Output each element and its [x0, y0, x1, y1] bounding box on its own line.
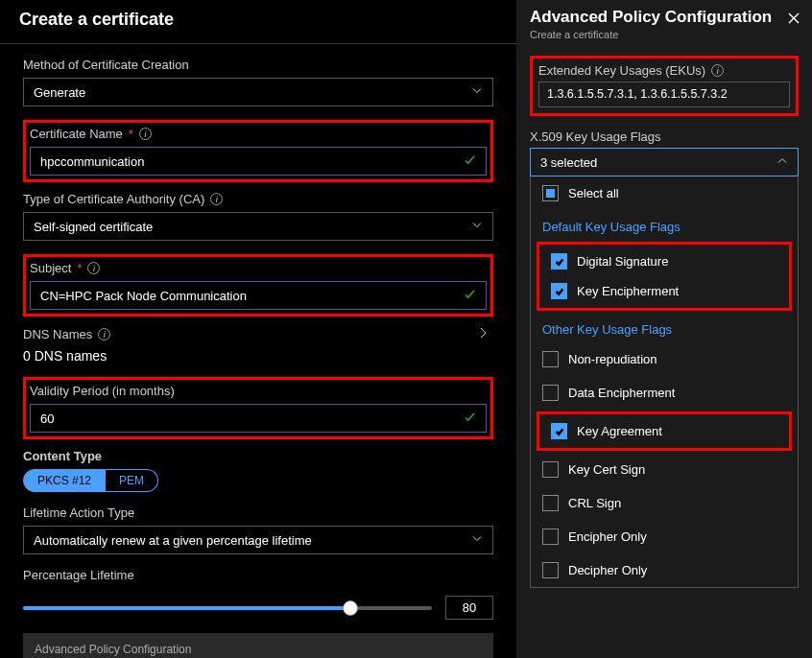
pct-lifetime-value[interactable]: 80: [445, 596, 493, 620]
validity-value: 60: [40, 411, 54, 426]
chevron-down-icon: [471, 85, 483, 100]
flag-non-repudiation[interactable]: Non-repudiation: [531, 342, 798, 376]
check-icon: [464, 288, 476, 303]
lifetime-action-select[interactable]: Automatically renew at a given percentag…: [23, 526, 493, 554]
right-panel: Advanced Policy Configuration Create a c…: [516, 0, 812, 658]
adv-label: Advanced Policy Configuration: [35, 643, 482, 656]
kuf-select[interactable]: 3 selected: [530, 148, 799, 176]
flag-digital-signature[interactable]: Digital Signature: [541, 247, 787, 276]
checkbox-checked-icon: [551, 423, 567, 439]
content-type-toggle: PKCS #12 PEM: [23, 469, 493, 492]
info-icon[interactable]: [87, 262, 100, 274]
highlight-eku: Extended Key Usages (EKUs) 1.3.6.1.5.5.7…: [530, 56, 799, 116]
subject-input[interactable]: CN=HPC Pack Node Communication: [30, 281, 487, 310]
checkbox-partial-icon: [542, 185, 559, 201]
flag-key-encipherment[interactable]: Key Encipherment: [541, 276, 787, 306]
info-icon[interactable]: [139, 128, 152, 140]
chevron-down-icon: [471, 533, 483, 548]
lifetime-action-label: Lifetime Action Type: [23, 505, 493, 520]
checkbox-empty-icon: [542, 529, 559, 545]
left-panel: Create a certificate Method of Certifica…: [0, 0, 516, 658]
checkbox-empty-icon: [542, 461, 559, 478]
select-all-item[interactable]: Select all: [531, 176, 798, 210]
content-type-label: Content Type: [23, 449, 493, 463]
pct-lifetime-label: Percentage Lifetime: [23, 568, 493, 582]
lifetime-action-value: Automatically renew at a given percentag…: [34, 533, 312, 548]
eku-label: Extended Key Usages (EKUs): [538, 63, 790, 78]
flag-encipher-only[interactable]: Encipher Only: [531, 520, 798, 553]
check-icon: [464, 153, 476, 169]
required-asterisk: *: [129, 127, 133, 141]
method-label: Method of Certificate Creation: [23, 58, 493, 72]
subject-value: CN=HPC Pack Node Communication: [40, 289, 247, 303]
info-icon[interactable]: [711, 64, 724, 77]
right-subtitle: Create a certificate: [530, 29, 799, 40]
slider-thumb[interactable]: [343, 600, 358, 616]
dns-count: 0 DNS names: [23, 348, 493, 364]
cert-name-input[interactable]: hpccommunication: [30, 147, 487, 176]
right-title: Advanced Policy Configuration: [530, 8, 799, 27]
validity-input[interactable]: 60: [30, 404, 487, 433]
validity-label: Validity Period (in months): [30, 384, 487, 398]
flag-data-encipherment[interactable]: Data Encipherment: [531, 376, 798, 410]
chevron-up-icon: [776, 155, 788, 170]
dns-label: DNS Names: [23, 327, 110, 341]
eku-input[interactable]: 1.3.6.1.5.5.7.3.1, 1.3.6.1.5.5.7.3.2: [538, 82, 790, 107]
flag-key-cert-sign[interactable]: Key Cert Sign: [531, 453, 798, 486]
highlight-subject: Subject * CN=HPC Pack Node Communication: [23, 254, 493, 317]
flag-crl-sign[interactable]: CRL Sign: [531, 486, 798, 520]
page-title: Create a certificate: [19, 10, 497, 30]
flag-decipher-only[interactable]: Decipher Only: [531, 553, 798, 587]
checkbox-empty-icon: [542, 351, 559, 367]
highlight-default-flags: Digital Signature Key Encipherment: [537, 242, 792, 311]
method-value: Generate: [34, 85, 85, 100]
cert-name-value: hpccommunication: [40, 154, 144, 169]
ca-label: Type of Certificate Authority (CA): [23, 192, 493, 206]
default-flags-header: Default Key Usage Flags: [531, 210, 798, 240]
info-icon[interactable]: [98, 328, 110, 341]
advanced-policy-row[interactable]: Advanced Policy Configuration Not config…: [23, 633, 493, 658]
close-icon[interactable]: [787, 12, 800, 28]
flag-key-agreement[interactable]: Key Agreement: [541, 416, 787, 446]
checkbox-empty-icon: [542, 495, 559, 511]
cert-name-label: Certificate Name *: [30, 127, 487, 141]
checkbox-empty-icon: [542, 562, 559, 578]
highlight-key-agreement: Key Agreement: [537, 411, 792, 451]
chevron-down-icon: [471, 220, 483, 234]
subject-label: Subject *: [30, 261, 487, 275]
pct-lifetime-slider[interactable]: [23, 606, 432, 610]
highlight-validity: Validity Period (in months) 60: [23, 377, 493, 439]
chevron-right-icon: [476, 326, 490, 342]
kuf-selected-text: 3 selected: [540, 155, 597, 170]
checkbox-checked-icon: [551, 283, 567, 299]
kuf-label: X.509 Key Usage Flags: [530, 129, 799, 144]
checkbox-checked-icon: [551, 253, 567, 270]
info-icon[interactable]: [210, 193, 223, 205]
method-select[interactable]: Generate: [23, 78, 493, 106]
kuf-dropdown: Select all Default Key Usage Flags Digit…: [530, 176, 799, 588]
other-flags-header: Other Key Usage Flags: [531, 313, 798, 342]
check-icon: [464, 411, 476, 426]
dns-names-row[interactable]: DNS Names: [23, 326, 493, 344]
eku-value: 1.3.6.1.5.5.7.3.1, 1.3.6.1.5.5.7.3.2: [547, 87, 728, 101]
ca-value: Self-signed certificate: [34, 220, 153, 234]
highlight-cert-name: Certificate Name * hpccommunication: [23, 120, 493, 182]
content-type-pem-button[interactable]: PEM: [106, 469, 158, 492]
required-asterisk: *: [77, 261, 82, 275]
ca-select[interactable]: Self-signed certificate: [23, 212, 493, 241]
content-type-pkcs-button[interactable]: PKCS #12: [23, 469, 106, 492]
checkbox-empty-icon: [542, 385, 559, 401]
select-all-label: Select all: [568, 186, 619, 200]
